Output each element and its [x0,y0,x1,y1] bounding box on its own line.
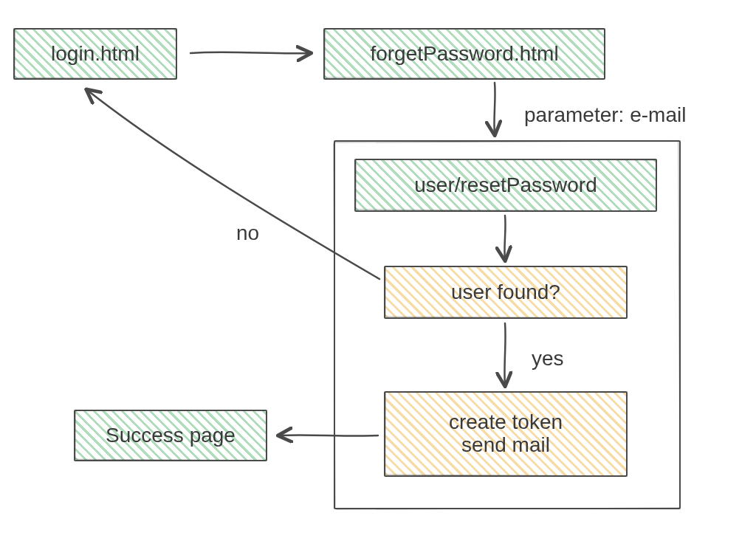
edge-label-parameter: parameter: e-mail [524,103,686,127]
node-user-found-decision: user found? [384,266,628,319]
edge-label-no: no [236,221,259,245]
node-forget-password-page: forgetPassword.html [323,28,605,80]
flowchart-canvas: login.html forgetPassword.html user/rese… [0,0,756,544]
node-create-token: create token send mail [384,391,628,477]
node-label: user found? [451,281,560,304]
edge-label-yes: yes [532,347,564,371]
node-label: user/resetPassword [414,174,597,197]
node-login-page: login.html [13,28,177,80]
node-label: Success page [106,424,236,447]
node-label: login.html [51,43,140,66]
arrow-forget-to-reset [494,83,495,134]
node-label: create token send mail [449,411,563,457]
arrow-login-to-forget [190,52,310,54]
node-reset-endpoint: user/resetPassword [354,159,657,212]
node-success-page: Success page [74,410,267,461]
node-label: forgetPassword.html [370,43,558,66]
